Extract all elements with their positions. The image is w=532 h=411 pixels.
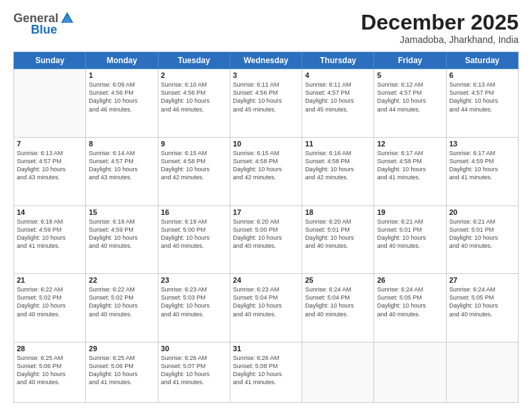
table-row: 23Sunrise: 6:23 AM Sunset: 5:03 PM Dayli… — [158, 274, 230, 342]
weekday-header-thursday: Thursday — [302, 52, 374, 69]
day-number: 21 — [17, 276, 83, 284]
weekday-header-wednesday: Wednesday — [230, 52, 302, 69]
title-area: December 2025 Jamadoba, Jharkhand, India — [361, 11, 519, 45]
weekday-header-saturday: Saturday — [446, 52, 518, 69]
day-number: 24 — [233, 276, 299, 284]
table-row: 3Sunrise: 6:11 AM Sunset: 4:56 PM Daylig… — [230, 69, 302, 138]
weekday-header-sunday: Sunday — [14, 52, 86, 69]
table-row: 21Sunrise: 6:22 AM Sunset: 5:02 PM Dayli… — [14, 274, 86, 342]
day-number: 11 — [305, 140, 371, 148]
day-info: Sunrise: 6:22 AM Sunset: 5:02 PM Dayligh… — [17, 285, 83, 318]
day-number: 2 — [161, 71, 227, 79]
day-info: Sunrise: 6:09 AM Sunset: 4:56 PM Dayligh… — [89, 81, 154, 113]
table-row: 2Sunrise: 6:10 AM Sunset: 4:56 PM Daylig… — [158, 69, 230, 138]
day-number: 23 — [161, 276, 227, 284]
day-number: 7 — [17, 140, 83, 148]
calendar-week-5: 28Sunrise: 6:25 AM Sunset: 5:06 PM Dayli… — [14, 342, 519, 402]
day-number: 3 — [233, 71, 299, 79]
table-row: 24Sunrise: 6:23 AM Sunset: 5:04 PM Dayli… — [230, 274, 302, 342]
weekday-header-row: SundayMondayTuesdayWednesdayThursdayFrid… — [14, 52, 519, 69]
day-info: Sunrise: 6:24 AM Sunset: 5:05 PM Dayligh… — [449, 285, 515, 318]
day-number: 4 — [305, 71, 371, 79]
day-number: 9 — [161, 140, 227, 148]
calendar-week-2: 7Sunrise: 6:13 AM Sunset: 4:57 PM Daylig… — [14, 137, 519, 205]
table-row: 10Sunrise: 6:15 AM Sunset: 4:58 PM Dayli… — [230, 137, 302, 205]
day-number: 10 — [233, 140, 299, 148]
day-info: Sunrise: 6:15 AM Sunset: 4:58 PM Dayligh… — [161, 149, 227, 182]
day-info: Sunrise: 6:25 AM Sunset: 5:06 PM Dayligh… — [17, 354, 83, 387]
day-number: 17 — [233, 208, 299, 216]
table-row: 14Sunrise: 6:18 AM Sunset: 4:59 PM Dayli… — [14, 205, 86, 274]
table-row: 30Sunrise: 6:26 AM Sunset: 5:07 PM Dayli… — [158, 342, 230, 402]
table-row — [374, 342, 446, 402]
day-info: Sunrise: 6:24 AM Sunset: 5:04 PM Dayligh… — [305, 285, 371, 318]
day-info: Sunrise: 6:15 AM Sunset: 4:58 PM Dayligh… — [233, 149, 299, 182]
table-row: 29Sunrise: 6:25 AM Sunset: 5:06 PM Dayli… — [86, 342, 158, 402]
calendar-week-4: 21Sunrise: 6:22 AM Sunset: 5:02 PM Dayli… — [14, 274, 519, 342]
day-number: 6 — [449, 71, 515, 79]
table-row: 27Sunrise: 6:24 AM Sunset: 5:05 PM Dayli… — [446, 274, 518, 342]
day-info: Sunrise: 6:11 AM Sunset: 4:57 PM Dayligh… — [305, 81, 371, 113]
logo: General Blue — [13, 11, 75, 37]
day-number: 29 — [89, 345, 154, 353]
day-info: Sunrise: 6:14 AM Sunset: 4:57 PM Dayligh… — [89, 149, 154, 182]
day-number: 12 — [377, 140, 443, 148]
day-info: Sunrise: 6:16 AM Sunset: 4:58 PM Dayligh… — [305, 149, 371, 182]
day-info: Sunrise: 6:21 AM Sunset: 5:01 PM Dayligh… — [377, 218, 443, 250]
day-number: 16 — [161, 208, 227, 216]
day-info: Sunrise: 6:23 AM Sunset: 5:04 PM Dayligh… — [233, 285, 299, 318]
page: General Blue December 2025 Jamadoba, Jha… — [0, 0, 532, 411]
weekday-header-friday: Friday — [374, 52, 446, 69]
table-row: 5Sunrise: 6:12 AM Sunset: 4:57 PM Daylig… — [374, 69, 446, 138]
table-row: 11Sunrise: 6:16 AM Sunset: 4:58 PM Dayli… — [302, 137, 374, 205]
day-info: Sunrise: 6:20 AM Sunset: 5:01 PM Dayligh… — [305, 218, 371, 250]
day-number: 5 — [377, 71, 443, 79]
day-info: Sunrise: 6:18 AM Sunset: 4:59 PM Dayligh… — [17, 218, 83, 250]
day-number: 14 — [17, 208, 83, 216]
day-number: 20 — [449, 208, 515, 216]
day-number: 31 — [233, 345, 299, 353]
day-info: Sunrise: 6:26 AM Sunset: 5:07 PM Dayligh… — [161, 354, 227, 387]
table-row: 28Sunrise: 6:25 AM Sunset: 5:06 PM Dayli… — [14, 342, 86, 402]
day-info: Sunrise: 6:21 AM Sunset: 5:01 PM Dayligh… — [449, 218, 515, 250]
table-row: 22Sunrise: 6:22 AM Sunset: 5:02 PM Dayli… — [86, 274, 158, 342]
table-row: 17Sunrise: 6:20 AM Sunset: 5:00 PM Dayli… — [230, 205, 302, 274]
day-number: 15 — [89, 208, 154, 216]
day-info: Sunrise: 6:25 AM Sunset: 5:06 PM Dayligh… — [89, 354, 154, 387]
day-number: 25 — [305, 276, 371, 284]
table-row: 20Sunrise: 6:21 AM Sunset: 5:01 PM Dayli… — [446, 205, 518, 274]
day-info: Sunrise: 6:19 AM Sunset: 5:00 PM Dayligh… — [161, 218, 227, 250]
day-number: 19 — [377, 208, 443, 216]
logo-blue: Blue — [31, 23, 57, 37]
day-info: Sunrise: 6:17 AM Sunset: 4:58 PM Dayligh… — [377, 149, 443, 182]
logo-icon — [60, 11, 75, 26]
day-info: Sunrise: 6:13 AM Sunset: 4:57 PM Dayligh… — [17, 149, 83, 182]
day-info: Sunrise: 6:22 AM Sunset: 5:02 PM Dayligh… — [89, 285, 154, 318]
table-row: 18Sunrise: 6:20 AM Sunset: 5:01 PM Dayli… — [302, 205, 374, 274]
calendar-week-3: 14Sunrise: 6:18 AM Sunset: 4:59 PM Dayli… — [14, 205, 519, 274]
table-row: 19Sunrise: 6:21 AM Sunset: 5:01 PM Dayli… — [374, 205, 446, 274]
table-row: 4Sunrise: 6:11 AM Sunset: 4:57 PM Daylig… — [302, 69, 374, 138]
location-subtitle: Jamadoba, Jharkhand, India — [361, 34, 519, 45]
table-row: 12Sunrise: 6:17 AM Sunset: 4:58 PM Dayli… — [374, 137, 446, 205]
table-row: 8Sunrise: 6:14 AM Sunset: 4:57 PM Daylig… — [86, 137, 158, 205]
day-number: 8 — [89, 140, 154, 148]
table-row: 13Sunrise: 6:17 AM Sunset: 4:59 PM Dayli… — [446, 137, 518, 205]
day-info: Sunrise: 6:10 AM Sunset: 4:56 PM Dayligh… — [161, 81, 227, 113]
day-number: 30 — [161, 345, 227, 353]
day-number: 28 — [17, 345, 83, 353]
table-row: 15Sunrise: 6:18 AM Sunset: 4:59 PM Dayli… — [86, 205, 158, 274]
table-row: 16Sunrise: 6:19 AM Sunset: 5:00 PM Dayli… — [158, 205, 230, 274]
table-row: 9Sunrise: 6:15 AM Sunset: 4:58 PM Daylig… — [158, 137, 230, 205]
table-row: 7Sunrise: 6:13 AM Sunset: 4:57 PM Daylig… — [14, 137, 86, 205]
day-number: 22 — [89, 276, 154, 284]
day-info: Sunrise: 6:23 AM Sunset: 5:03 PM Dayligh… — [161, 285, 227, 318]
day-number: 1 — [89, 71, 154, 79]
table-row — [446, 342, 518, 402]
calendar-table: SundayMondayTuesdayWednesdayThursdayFrid… — [13, 52, 519, 403]
day-number: 27 — [449, 276, 515, 284]
header: General Blue December 2025 Jamadoba, Jha… — [13, 11, 519, 45]
day-info: Sunrise: 6:12 AM Sunset: 4:57 PM Dayligh… — [377, 81, 443, 113]
calendar-week-1: 1Sunrise: 6:09 AM Sunset: 4:56 PM Daylig… — [14, 69, 519, 138]
day-number: 13 — [449, 140, 515, 148]
